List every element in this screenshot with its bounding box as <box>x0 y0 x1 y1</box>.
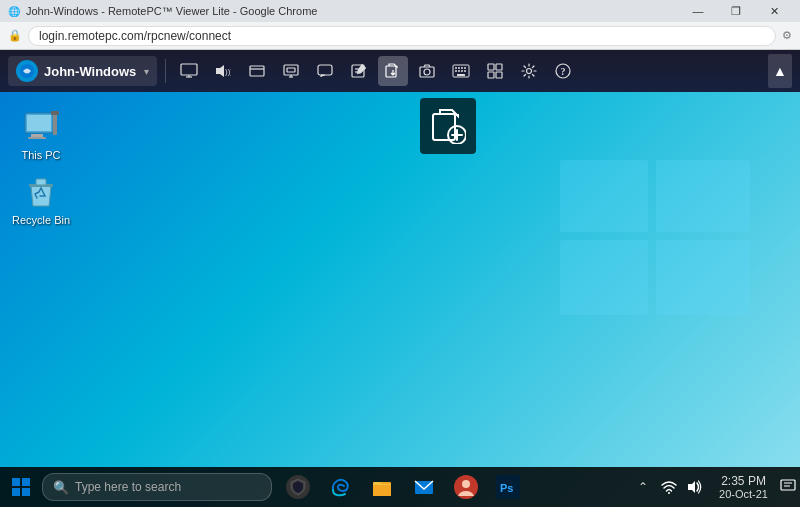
chrome-titlebar: 🌐 John-Windows - RemotePC™ Viewer Lite -… <box>0 0 800 22</box>
titlebar-left: 🌐 John-Windows - RemotePC™ Viewer Lite -… <box>8 5 317 17</box>
security-taskbar-app[interactable] <box>278 467 318 507</box>
camera-button[interactable] <box>412 56 442 86</box>
clock-time: 2:35 PM <box>721 474 766 488</box>
remote-desktop-viewer: John-Windows ▾ )))) <box>0 50 800 507</box>
wifi-systray-icon[interactable] <box>657 467 681 507</box>
taskbar-search[interactable]: 🔍 Type here to search <box>42 473 272 501</box>
svg-rect-13 <box>287 68 295 72</box>
chrome-window-controls: — ❐ ✕ <box>680 0 792 22</box>
volume-button[interactable]: )))) <box>208 56 238 86</box>
svg-rect-33 <box>488 64 494 70</box>
svg-rect-35 <box>488 72 494 78</box>
chevron-systray-button[interactable]: ⌃ <box>631 467 655 507</box>
recycle-bin-icon[interactable]: Recycle Bin <box>6 170 76 231</box>
svg-text:)))): )))) <box>225 67 231 76</box>
profile-taskbar-app[interactable] <box>446 467 486 507</box>
svg-rect-53 <box>22 478 30 486</box>
taskbar: 🔍 Type here to search <box>0 467 800 507</box>
svg-rect-55 <box>22 488 30 496</box>
security-app-icon <box>286 475 310 499</box>
svg-rect-36 <box>496 72 502 78</box>
this-pc-icon-img <box>23 109 59 145</box>
svg-rect-34 <box>496 64 502 70</box>
minimize-button[interactable]: — <box>680 0 716 22</box>
help-button[interactable]: ? <box>548 56 578 86</box>
remotepc-logo-button[interactable]: John-Windows ▾ <box>8 56 157 86</box>
mail-app-icon <box>412 475 436 499</box>
svg-rect-10 <box>250 66 264 76</box>
remotepc-logo-icon <box>16 60 38 82</box>
grid-button[interactable] <box>480 56 510 86</box>
svg-rect-1 <box>656 160 750 232</box>
svg-rect-3 <box>656 240 750 315</box>
recycle-bin-icon-img <box>23 174 59 210</box>
svg-rect-2 <box>560 240 648 315</box>
file-transfer-popup-icon <box>430 108 466 144</box>
mail-taskbar-app[interactable] <box>404 467 444 507</box>
svg-point-63 <box>668 492 670 494</box>
file-explorer-app-icon <box>370 475 394 499</box>
file-explorer-taskbar-app[interactable] <box>362 467 402 507</box>
computer-name: John-Windows <box>44 64 136 79</box>
notification-center-button[interactable] <box>776 467 800 507</box>
svg-rect-32 <box>457 74 465 76</box>
svg-rect-47 <box>28 137 46 139</box>
photoshop-taskbar-app[interactable]: Ps <box>488 467 528 507</box>
monitor-button[interactable] <box>174 56 204 86</box>
taskbar-apps: Ps <box>278 467 528 507</box>
file-transfer-popup <box>420 98 476 154</box>
svg-rect-57 <box>373 485 391 496</box>
svg-rect-20 <box>386 66 396 77</box>
chrome-addressbar: 🔒 login.remotepc.com/rpcnew/connect ⚙ <box>0 22 800 50</box>
edge-app-icon <box>328 475 352 499</box>
search-icon: 🔍 <box>53 480 69 495</box>
display-button[interactable] <box>276 56 306 86</box>
taskbar-systray: ⌃ <box>627 467 711 507</box>
svg-text:?: ? <box>561 66 566 77</box>
profile-app-icon <box>454 475 478 499</box>
svg-point-60 <box>462 480 470 488</box>
clock-date: 20-Oct-21 <box>719 488 768 500</box>
edit-button[interactable] <box>344 56 374 86</box>
svg-rect-46 <box>31 134 43 137</box>
volume-systray-icon[interactable] <box>683 467 707 507</box>
file-transfer-button[interactable] <box>378 56 408 86</box>
svg-rect-12 <box>284 65 298 75</box>
toolbar-separator-1 <box>165 59 166 83</box>
svg-text:Ps: Ps <box>500 482 513 494</box>
close-button[interactable]: ✕ <box>756 0 792 22</box>
svg-point-22 <box>424 69 430 75</box>
svg-rect-5 <box>181 64 197 75</box>
edge-taskbar-app[interactable] <box>320 467 360 507</box>
svg-marker-64 <box>688 481 695 493</box>
keyboard-button[interactable] <box>446 56 476 86</box>
svg-rect-16 <box>318 65 332 75</box>
settings-button[interactable] <box>514 56 544 86</box>
collapse-toolbar-button[interactable]: ▲ <box>768 54 792 88</box>
chat-button[interactable] <box>310 56 340 86</box>
recycle-bin-label: Recycle Bin <box>12 214 70 227</box>
svg-point-37 <box>527 69 532 74</box>
this-pc-label: This PC <box>21 149 60 162</box>
windows-logo-watermark <box>560 160 750 319</box>
svg-rect-65 <box>781 480 795 490</box>
svg-rect-49 <box>51 111 59 115</box>
remotepc-toolbar: John-Windows ▾ )))) <box>0 50 800 92</box>
extensions-icon: ⚙ <box>782 29 792 42</box>
address-url[interactable]: login.remotepc.com/rpcnew/connect <box>28 26 776 46</box>
maximize-button[interactable]: ❐ <box>718 0 754 22</box>
expand-button[interactable] <box>242 56 272 86</box>
svg-rect-51 <box>36 179 46 185</box>
photoshop-app-icon: Ps <box>496 475 520 499</box>
start-button[interactable] <box>0 467 42 507</box>
svg-rect-45 <box>27 115 51 131</box>
svg-rect-0 <box>560 160 648 232</box>
browser-title: John-Windows - RemotePC™ Viewer Lite - G… <box>26 5 317 17</box>
taskbar-clock[interactable]: 2:35 PM 20-Oct-21 <box>711 467 776 507</box>
svg-marker-8 <box>216 65 224 77</box>
dropdown-arrow: ▾ <box>144 66 149 77</box>
search-placeholder: Type here to search <box>75 480 181 494</box>
this-pc-icon[interactable]: This PC <box>6 105 76 166</box>
svg-rect-52 <box>12 478 20 486</box>
collapse-arrow-icon: ▲ <box>773 63 787 79</box>
